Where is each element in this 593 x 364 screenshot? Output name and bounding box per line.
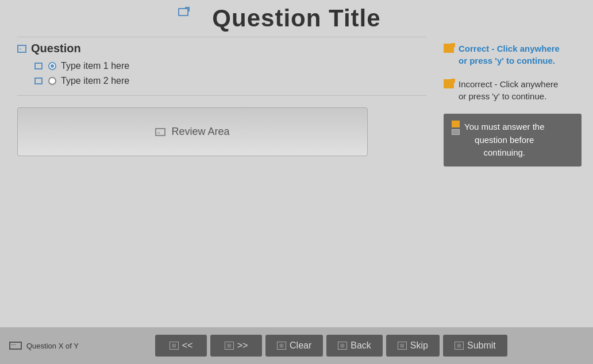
page-title: Question Title bbox=[0, 5, 593, 32]
correct-text: Correct - Click anywhereor press 'y' to … bbox=[459, 42, 560, 67]
clear-button[interactable]: ⊞ Clear bbox=[265, 335, 323, 357]
footer: Question X of Y ⊞ << ⊞ >> ⊞ Clear ⊞ Back… bbox=[0, 327, 593, 364]
counter-label: Question X of Y bbox=[26, 342, 79, 350]
skip-icon: ⊞ bbox=[398, 342, 407, 350]
submit-icon: ⊞ bbox=[455, 342, 464, 350]
radio-icon-wrap-2 bbox=[34, 78, 45, 84]
radio-options: Type item 1 here Type item 2 here bbox=[17, 61, 426, 86]
radio-item-icon-2 bbox=[34, 78, 43, 84]
must-answer-text: You must answer thequestion beforecontin… bbox=[464, 121, 545, 160]
nav-buttons: ⊞ << ⊞ >> ⊞ Clear ⊞ Back ⊞ Skip ⊞ Submit bbox=[79, 335, 584, 357]
left-panel: Question Type item 1 here Ty bbox=[11, 37, 432, 168]
back-icon: ⊞ bbox=[338, 342, 347, 350]
title-bar: Question Title bbox=[0, 0, 593, 34]
next-icon: ⊞ bbox=[225, 342, 234, 350]
yellow-icon bbox=[452, 121, 460, 127]
next-button[interactable]: ⊞ >> bbox=[210, 335, 262, 357]
prev-icon: ⊞ bbox=[170, 342, 179, 350]
radio-label-2: Type item 2 here bbox=[61, 76, 129, 86]
review-icon bbox=[155, 128, 165, 136]
radio-item-1[interactable]: Type item 1 here bbox=[34, 61, 426, 71]
radio-circle-2[interactable] bbox=[48, 77, 56, 85]
question-icon bbox=[17, 45, 26, 53]
feedback-incorrect[interactable]: Incorrect - Click anywhereor press 'y' t… bbox=[444, 78, 582, 102]
incorrect-icon bbox=[444, 79, 454, 88]
radio-item-2[interactable]: Type item 2 here bbox=[34, 76, 426, 86]
back-button[interactable]: ⊞ Back bbox=[326, 335, 383, 357]
clear-icon: ⊞ bbox=[277, 342, 286, 350]
right-panel: Correct - Click anywhereor press 'y' to … bbox=[432, 37, 582, 168]
review-area-label: Review Area bbox=[155, 126, 229, 138]
radio-label-1: Type item 1 here bbox=[61, 61, 129, 71]
title-icon bbox=[178, 8, 188, 16]
skip-button[interactable]: ⊞ Skip bbox=[386, 335, 440, 357]
radio-circle-1[interactable] bbox=[48, 62, 56, 70]
gray-icon bbox=[452, 129, 460, 135]
submit-button[interactable]: ⊞ Submit bbox=[443, 335, 507, 357]
question-header: Question bbox=[17, 42, 426, 55]
main-content: Question Type item 1 here Ty bbox=[0, 37, 593, 168]
radio-icon-wrap-1 bbox=[34, 63, 45, 69]
question-title: Question bbox=[31, 42, 81, 55]
must-answer-box: You must answer thequestion beforecontin… bbox=[444, 114, 582, 166]
question-counter: Question X of Y bbox=[9, 342, 79, 350]
prev-button[interactable]: ⊞ << bbox=[155, 335, 207, 357]
incorrect-text: Incorrect - Click anywhereor press 'y' t… bbox=[459, 78, 558, 102]
question-section: Question Type item 1 here Ty bbox=[17, 37, 426, 96]
review-area[interactable]: Review Area bbox=[17, 107, 368, 156]
correct-icon bbox=[444, 44, 454, 53]
must-answer-icons bbox=[452, 121, 460, 135]
counter-icon bbox=[9, 342, 22, 350]
feedback-correct[interactable]: Correct - Click anywhereor press 'y' to … bbox=[444, 37, 582, 67]
radio-item-icon-1 bbox=[34, 63, 43, 69]
